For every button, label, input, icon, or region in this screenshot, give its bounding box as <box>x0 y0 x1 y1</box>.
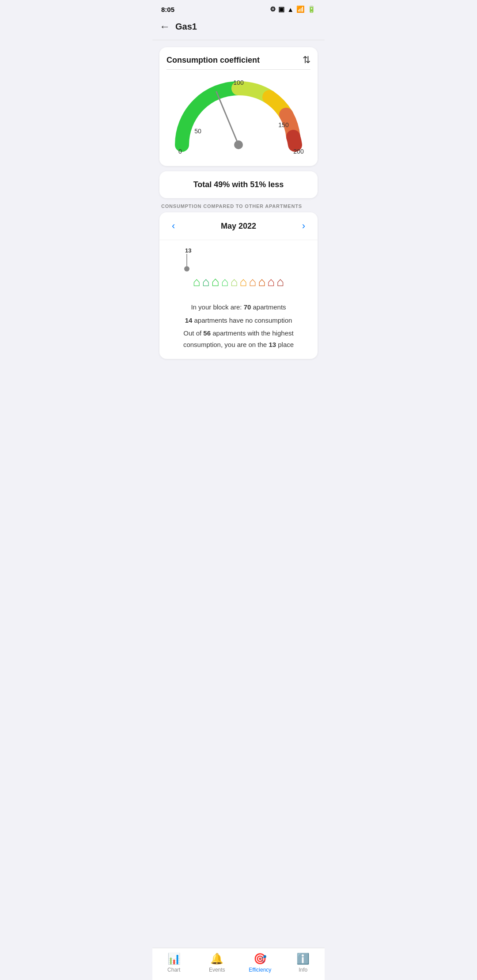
settings-icon: ⚙ <box>270 5 276 13</box>
svg-point-6 <box>234 140 243 149</box>
houses-section: 13 ⌂ ⌂ ⌂ ⌂ ⌂ ⌂ ⌂ <box>159 240 318 298</box>
consumption-card-title: Consumption coefficient <box>167 56 260 65</box>
house-icon-10: ⌂ <box>276 275 284 289</box>
divider <box>167 69 310 70</box>
svg-text:0: 0 <box>178 148 182 155</box>
comparison-section-label: CONSUMPTION COMPARED TO OTHER APARTMENTS <box>159 204 318 209</box>
app-header: ← Gas1 <box>152 16 325 40</box>
next-month-button[interactable]: › <box>299 219 309 234</box>
total-text: Total 49% with 51% less <box>193 180 284 189</box>
rank-dot <box>184 266 189 271</box>
rank-line <box>186 254 187 266</box>
bell-icon: 🔔 <box>210 953 223 965</box>
month-nav: ‹ May 2022 › <box>159 212 318 240</box>
status-icons: ⚙ ▣ ▲ 📶 🔋 <box>270 5 316 13</box>
wifi-icon: ▲ <box>287 6 294 13</box>
status-bar: 8:05 ⚙ ▣ ▲ 📶 🔋 <box>152 0 325 16</box>
house-icon-4: ⌂ <box>221 275 229 289</box>
svg-text:200: 200 <box>293 148 304 155</box>
sort-icon[interactable]: ⇅ <box>303 54 310 66</box>
sim-icon: ▣ <box>278 5 284 13</box>
back-button[interactable]: ← <box>159 20 170 33</box>
efficiency-icon: 🎯 <box>254 953 267 965</box>
house-icon-5: ⌂ <box>231 275 238 289</box>
gauge-container: 0 50 100 150 200 <box>167 75 310 159</box>
gauge-svg: 0 50 100 150 200 <box>168 79 309 159</box>
nav-chart[interactable]: 📊 Chart <box>152 953 196 973</box>
status-time: 8:05 <box>161 6 174 13</box>
nav-efficiency-label: Efficiency <box>249 967 271 973</box>
house-icon-6: ⌂ <box>240 275 247 289</box>
svg-text:150: 150 <box>278 121 289 128</box>
info-icon: ℹ️ <box>296 953 310 965</box>
house-icon-3-selected: ⌂ <box>212 274 220 289</box>
houses-row: ⌂ ⌂ ⌂ ⌂ ⌂ ⌂ ⌂ ⌂ ⌂ ⌂ <box>165 272 312 294</box>
prev-month-button[interactable]: ‹ <box>168 219 178 234</box>
house-icon-2: ⌂ <box>202 275 210 289</box>
high-consumption-bold: 56 <box>203 329 211 337</box>
svg-text:100: 100 <box>233 79 244 86</box>
month-card: ‹ May 2022 › 13 ⌂ ⌂ ⌂ <box>159 212 318 359</box>
no-consumption-bold: 14 <box>185 317 193 324</box>
nav-info[interactable]: ℹ️ Info <box>282 953 325 973</box>
bottom-nav: 📊 Chart 🔔 Events 🎯 Efficiency ℹ️ Info <box>152 948 325 980</box>
stats-line-1: In your block are: 70 apartments <box>167 302 310 313</box>
stats-line-2: 14 apartments have no consumption <box>167 315 310 326</box>
house-icon-8: ⌂ <box>258 275 265 289</box>
stats-line-3: Out of 56 apartments with the highest co… <box>167 328 310 350</box>
svg-line-5 <box>216 92 238 145</box>
nav-efficiency[interactable]: 🎯 Efficiency <box>238 953 282 973</box>
battery-icon: 🔋 <box>307 5 316 13</box>
your-place-bold: 13 <box>269 341 276 348</box>
house-icon-7: ⌂ <box>249 275 257 289</box>
svg-text:50: 50 <box>194 128 201 135</box>
consumption-card: Consumption coefficient ⇅ 0 <box>159 47 318 166</box>
total-apartments-bold: 70 <box>244 303 251 311</box>
nav-events-label: Events <box>209 967 225 973</box>
signal-icon: 📶 <box>296 5 305 13</box>
house-icon-9: ⌂ <box>267 275 275 289</box>
page-title: Gas1 <box>175 22 197 32</box>
rank-number-label: 13 <box>185 247 191 254</box>
card-title-row: Consumption coefficient ⇅ <box>167 54 310 66</box>
main-content: Consumption coefficient ⇅ 0 <box>152 40 325 980</box>
nav-chart-label: Chart <box>167 967 180 973</box>
nav-info-label: Info <box>299 967 307 973</box>
chart-icon: 📊 <box>167 953 181 965</box>
house-icon-1: ⌂ <box>193 275 201 289</box>
month-label: May 2022 <box>221 222 256 231</box>
total-card: Total 49% with 51% less <box>159 171 318 198</box>
nav-events[interactable]: 🔔 Events <box>196 953 239 973</box>
stats-text: In your block are: 70 apartments 14 apar… <box>159 298 318 359</box>
